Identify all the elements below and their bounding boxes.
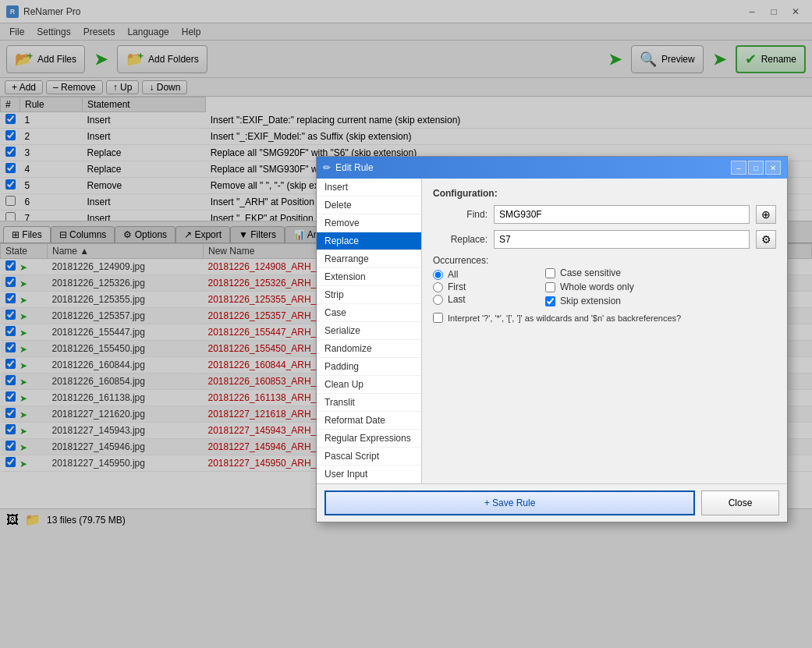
edit-rule-dialog: ✏ Edit Rule – □ ✕ InsertDeleteRemoveRepl… [316, 156, 788, 522]
skip-extension-checkbox[interactable] [545, 296, 555, 306]
skip-extension-row: Skip extension [545, 296, 670, 306]
replace-input[interactable] [494, 230, 750, 249]
dialog-title-text: Edit Rule [335, 162, 374, 173]
find-menu-button[interactable]: ⊕ [756, 205, 776, 224]
dialog-title-controls: – □ ✕ [731, 161, 781, 175]
rule-type-item[interactable]: Translit [317, 394, 421, 412]
replace-label: Replace: [433, 234, 488, 245]
find-label: Find: [433, 209, 488, 220]
dialog-maximize-button[interactable]: □ [748, 161, 764, 175]
rule-type-item[interactable]: Serialize [317, 322, 421, 340]
options-col: Case sensitive Whole words only Skip ext… [545, 255, 670, 306]
rule-type-item[interactable]: Clean Up [317, 376, 421, 394]
rule-type-item[interactable]: Regular Expressions [317, 430, 421, 448]
case-sensitive-label[interactable]: Case sensitive [560, 267, 621, 278]
config-label: Configuration: [433, 188, 776, 199]
case-sensitive-checkbox[interactable] [545, 268, 555, 278]
dialog-body: InsertDeleteRemoveReplaceRearrangeExtens… [317, 179, 787, 483]
occurrences-label: Occurrences: [433, 255, 527, 266]
dialog-minimize-button[interactable]: – [731, 161, 746, 175]
radio-all-row: All [433, 269, 527, 280]
rule-type-item[interactable]: Remove [317, 214, 421, 232]
rule-type-item[interactable]: Pascal Script [317, 448, 421, 466]
dialog-footer: + Save Rule Close [317, 483, 787, 522]
whole-words-label[interactable]: Whole words only [560, 282, 634, 292]
rule-type-item[interactable]: Randomize [317, 340, 421, 358]
rule-type-item[interactable]: Rearrange [317, 250, 421, 268]
dialog-close-button[interactable]: ✕ [765, 161, 781, 175]
dialog-title-bar: ✏ Edit Rule – □ ✕ [317, 157, 787, 179]
close-dialog-button[interactable]: Close [701, 490, 779, 515]
find-row: Find: ⊕ [433, 205, 776, 224]
replace-row: Replace: ⚙ [433, 230, 776, 249]
skip-extension-label[interactable]: Skip extension [560, 296, 621, 306]
radio-all[interactable] [433, 270, 443, 280]
radio-last-row: Last [433, 294, 527, 305]
rule-type-item[interactable]: Padding [317, 358, 421, 376]
rule-type-item[interactable]: Insert [317, 179, 421, 197]
radio-first[interactable] [433, 282, 443, 292]
occurrences-col: Occurrences: All First Last [433, 255, 527, 306]
whole-words-row: Whole words only [545, 282, 670, 292]
dialog-title-icon: ✏ [323, 162, 331, 173]
wildcard-checkbox[interactable] [433, 313, 443, 323]
whole-words-checkbox[interactable] [545, 282, 555, 292]
case-sensitive-row: Case sensitive [545, 267, 670, 278]
rule-type-item[interactable]: Strip [317, 286, 421, 304]
rule-type-item[interactable]: User Input [317, 466, 421, 483]
save-rule-button[interactable]: + Save Rule [324, 490, 695, 515]
rule-type-item[interactable]: Extension [317, 268, 421, 286]
radio-all-label[interactable]: All [448, 269, 458, 280]
replace-menu-button[interactable]: ⚙ [756, 230, 776, 249]
radio-last-label[interactable]: Last [448, 294, 466, 305]
radio-first-label[interactable]: First [448, 282, 466, 292]
wildcard-row: Interpret '?', '*', '[', ']' as wildcard… [433, 313, 776, 323]
wildcard-label[interactable]: Interpret '?', '*', '[', ']' as wildcard… [448, 313, 681, 323]
config-panel: Configuration: Find: ⊕ Replace: ⚙ Occurr… [422, 179, 787, 483]
rule-type-list: InsertDeleteRemoveReplaceRearrangeExtens… [317, 179, 422, 483]
rule-type-item[interactable]: Reformat Date [317, 412, 421, 430]
rule-type-item[interactable]: Delete [317, 197, 421, 214]
rule-type-item[interactable]: Case [317, 304, 421, 322]
radio-last[interactable] [433, 295, 443, 305]
occurrences-and-options: Occurrences: All First Last [433, 255, 776, 306]
radio-first-row: First [433, 282, 527, 292]
find-input[interactable] [494, 205, 750, 224]
rule-type-item[interactable]: Replace [317, 232, 421, 250]
dialog-title-left: ✏ Edit Rule [323, 162, 374, 173]
